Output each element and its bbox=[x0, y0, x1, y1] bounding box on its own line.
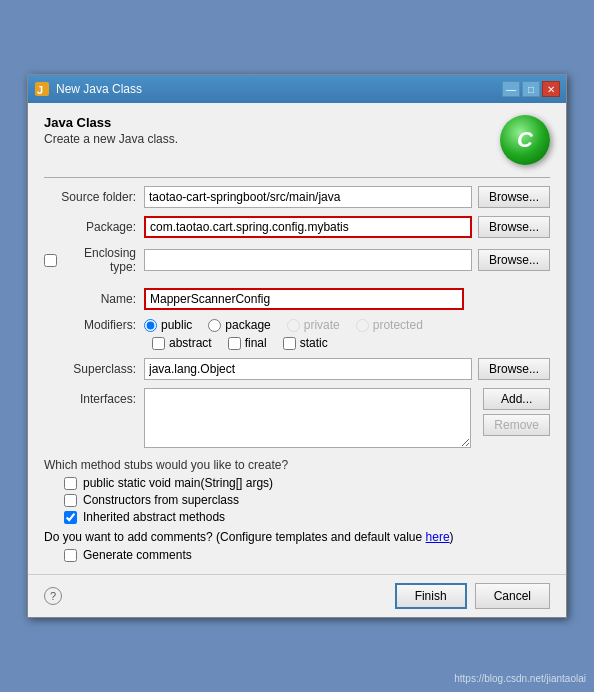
superclass-input[interactable] bbox=[144, 358, 472, 380]
interfaces-row: Interfaces: Add... Remove bbox=[44, 388, 550, 448]
section-title: Java Class bbox=[44, 115, 178, 130]
source-folder-label: Source folder: bbox=[44, 190, 144, 204]
cancel-button[interactable]: Cancel bbox=[475, 583, 550, 609]
name-row: Name: bbox=[44, 288, 550, 310]
dialog-content: Java Class Create a new Java class. C So… bbox=[28, 103, 566, 574]
static-label: static bbox=[300, 336, 328, 350]
svg-text:J: J bbox=[37, 84, 43, 96]
window-title: New Java Class bbox=[56, 82, 142, 96]
abstract-checkbox-label: abstract bbox=[152, 336, 212, 350]
source-folder-row: Source folder: Browse... bbox=[44, 186, 550, 208]
radio-private-label: private bbox=[287, 318, 340, 332]
divider-1 bbox=[44, 177, 550, 178]
watermark: https://blog.csdn.net/jiantaolai bbox=[454, 673, 586, 684]
modifiers-checkbox-group: abstract final static bbox=[152, 336, 550, 350]
enclosing-type-checkbox[interactable] bbox=[44, 254, 57, 267]
superclass-row: Superclass: Browse... bbox=[44, 358, 550, 380]
stubs-question: Which method stubs would you like to cre… bbox=[44, 458, 550, 472]
source-folder-input[interactable] bbox=[144, 186, 472, 208]
title-bar-left: J New Java Class bbox=[34, 81, 142, 97]
package-input[interactable] bbox=[144, 216, 472, 238]
interfaces-label: Interfaces: bbox=[44, 388, 144, 406]
radio-public[interactable] bbox=[144, 319, 157, 332]
final-label: final bbox=[245, 336, 267, 350]
final-checkbox[interactable] bbox=[228, 337, 241, 350]
abstract-label: abstract bbox=[169, 336, 212, 350]
interfaces-buttons: Add... Remove bbox=[477, 388, 550, 436]
header-text: Java Class Create a new Java class. bbox=[44, 115, 178, 156]
stubs-option-3: Inherited abstract methods bbox=[44, 510, 550, 524]
radio-public-text: public bbox=[161, 318, 192, 332]
stubs-main-label: public static void main(String[] args) bbox=[83, 476, 273, 490]
comments-section: Do you want to add comments? (Configure … bbox=[44, 530, 550, 562]
radio-package-label: package bbox=[208, 318, 270, 332]
superclass-browse-button[interactable]: Browse... bbox=[478, 358, 550, 380]
dialog-window: J New Java Class — □ ✕ Java Class Create… bbox=[27, 74, 567, 618]
radio-public-label: public bbox=[144, 318, 192, 332]
source-folder-browse-button[interactable]: Browse... bbox=[478, 186, 550, 208]
package-row: Package: Browse... bbox=[44, 216, 550, 238]
stubs-option-1: public static void main(String[] args) bbox=[44, 476, 550, 490]
abstract-checkbox[interactable] bbox=[152, 337, 165, 350]
stubs-constructors-checkbox[interactable] bbox=[64, 494, 77, 507]
logo-icon: C bbox=[500, 115, 550, 165]
finish-button[interactable]: Finish bbox=[395, 583, 467, 609]
static-checkbox-label: static bbox=[283, 336, 328, 350]
package-browse-button[interactable]: Browse... bbox=[478, 216, 550, 238]
section-description: Create a new Java class. bbox=[44, 132, 178, 146]
stubs-constructors-label: Constructors from superclass bbox=[83, 493, 239, 507]
modifiers-section: Modifiers: public package private bbox=[44, 318, 550, 350]
radio-protected-label: protected bbox=[356, 318, 423, 332]
header-row: Java Class Create a new Java class. C bbox=[44, 115, 550, 165]
enclosing-type-checkbox-label: Enclosing type: bbox=[44, 246, 136, 274]
stubs-inherited-checkbox[interactable] bbox=[64, 511, 77, 524]
superclass-label: Superclass: bbox=[44, 362, 144, 376]
generate-comments-label: Generate comments bbox=[83, 548, 192, 562]
radio-package-text: package bbox=[225, 318, 270, 332]
static-checkbox[interactable] bbox=[283, 337, 296, 350]
comments-here-link[interactable]: here bbox=[426, 530, 450, 544]
comments-question: Do you want to add comments? (Configure … bbox=[44, 530, 550, 544]
enclosing-type-row: Enclosing type: Browse... bbox=[44, 246, 550, 274]
interfaces-input[interactable] bbox=[144, 388, 471, 448]
stubs-option-2: Constructors from superclass bbox=[44, 493, 550, 507]
enclosing-type-label-area: Enclosing type: bbox=[44, 246, 144, 274]
bottom-bar: ? Finish Cancel bbox=[28, 574, 566, 617]
name-input[interactable] bbox=[144, 288, 464, 310]
modifiers-row2: abstract final static bbox=[44, 336, 550, 350]
comments-question-suffix: ) bbox=[450, 530, 454, 544]
stubs-inherited-label: Inherited abstract methods bbox=[83, 510, 225, 524]
radio-private-text: private bbox=[304, 318, 340, 332]
radio-package[interactable] bbox=[208, 319, 221, 332]
modifiers-row1: Modifiers: public package private bbox=[44, 318, 550, 332]
help-button[interactable]: ? bbox=[44, 587, 62, 605]
radio-protected[interactable] bbox=[356, 319, 369, 332]
close-button[interactable]: ✕ bbox=[542, 81, 560, 97]
title-bar: J New Java Class — □ ✕ bbox=[28, 75, 566, 103]
action-buttons: Finish Cancel bbox=[395, 583, 550, 609]
enclosing-type-label: Enclosing type: bbox=[61, 246, 136, 274]
comments-option: Generate comments bbox=[44, 548, 550, 562]
radio-private[interactable] bbox=[287, 319, 300, 332]
title-controls: — □ ✕ bbox=[502, 81, 560, 97]
generate-comments-checkbox[interactable] bbox=[64, 549, 77, 562]
comments-question-prefix: Do you want to add comments? (Configure … bbox=[44, 530, 426, 544]
enclosing-type-browse-button[interactable]: Browse... bbox=[478, 249, 550, 271]
enclosing-type-input[interactable] bbox=[144, 249, 472, 271]
window-icon: J bbox=[34, 81, 50, 97]
minimize-button[interactable]: — bbox=[502, 81, 520, 97]
stubs-main-checkbox[interactable] bbox=[64, 477, 77, 490]
radio-protected-text: protected bbox=[373, 318, 423, 332]
interfaces-remove-button[interactable]: Remove bbox=[483, 414, 550, 436]
stubs-section: Which method stubs would you like to cre… bbox=[44, 458, 550, 524]
modifiers-radio-group: public package private protected bbox=[144, 318, 550, 332]
interfaces-add-button[interactable]: Add... bbox=[483, 388, 550, 410]
name-label: Name: bbox=[44, 292, 144, 306]
final-checkbox-label: final bbox=[228, 336, 267, 350]
maximize-button[interactable]: □ bbox=[522, 81, 540, 97]
package-label: Package: bbox=[44, 220, 144, 234]
modifiers-label: Modifiers: bbox=[44, 318, 144, 332]
